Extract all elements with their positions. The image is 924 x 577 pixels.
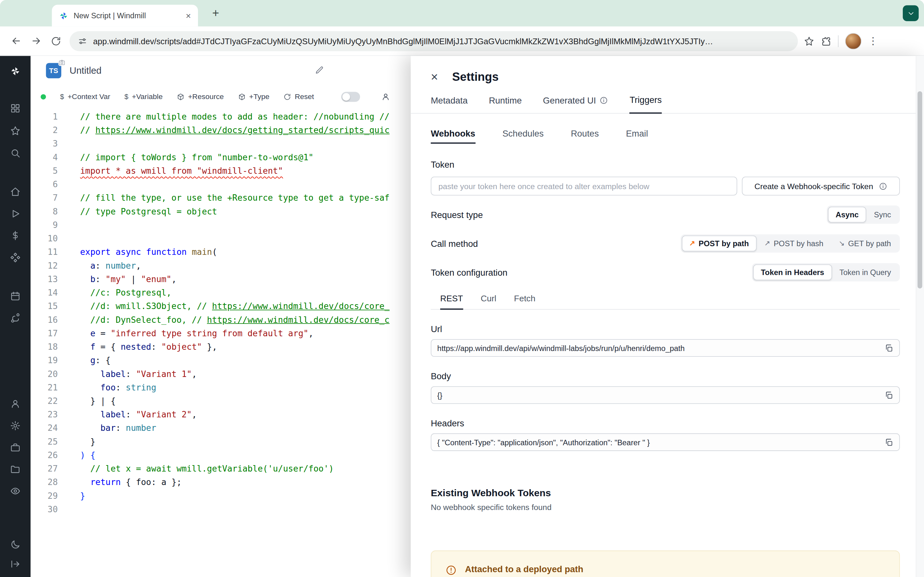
add-resource-button[interactable]: +Resource [177, 92, 224, 101]
close-icon[interactable]: × [431, 71, 438, 83]
bookmark-star-icon[interactable] [804, 35, 814, 46]
copy-icon[interactable] [885, 343, 893, 353]
code-line[interactable] [80, 137, 389, 151]
tab-triggers[interactable]: Triggers [630, 95, 662, 114]
code-line[interactable]: //d: DynSelect_foo, // https://www.windm… [80, 313, 389, 327]
add-variable-button[interactable]: $ +Variable [124, 92, 163, 101]
request-type-async[interactable]: Async [828, 206, 866, 222]
code-line[interactable]: export async function main( [80, 245, 389, 259]
code-line[interactable]: b: "my" | "enum", [80, 272, 389, 286]
browser-menu-icon[interactable]: ⋮ [868, 36, 878, 46]
package-icon [238, 93, 246, 100]
tab-webhooks[interactable]: Webhooks [431, 128, 475, 143]
routes-icon[interactable] [7, 309, 23, 326]
expand-sidebar-arrow-icon[interactable] [7, 556, 23, 572]
call-method-post-by-path[interactable]: ↗ POST by path [682, 235, 756, 251]
tab-routes[interactable]: Routes [571, 128, 599, 143]
code-line[interactable]: } [80, 489, 389, 503]
back-button[interactable] [6, 31, 26, 51]
code-line[interactable] [80, 218, 389, 232]
tab-rest[interactable]: REST [440, 294, 463, 310]
code-line[interactable]: // there are multiple modes to add as he… [80, 110, 389, 123]
tab-fetch[interactable]: Fetch [514, 294, 535, 309]
create-webhook-token-button[interactable]: Create a Webhook-specific Token [742, 177, 900, 195]
resources-component-icon[interactable] [7, 249, 23, 266]
code-line[interactable]: } [80, 435, 389, 448]
sidebar-bottom-group [7, 536, 23, 572]
code-line[interactable]: label: "Variant 1", [80, 367, 389, 381]
dark-mode-moon-icon[interactable] [7, 536, 23, 553]
code-line[interactable]: // import { toWords } from "number-to-wo… [80, 151, 389, 164]
reset-button[interactable]: Reset [284, 92, 314, 101]
code-line[interactable]: import * as wmill from "windmill-client" [80, 164, 389, 177]
code-line[interactable] [80, 178, 389, 191]
folder-icon[interactable] [7, 461, 23, 477]
home-icon[interactable] [7, 184, 23, 200]
eye-icon[interactable] [7, 483, 23, 499]
copy-icon[interactable] [885, 391, 893, 400]
profile-avatar[interactable] [845, 33, 861, 49]
request-type-sync[interactable]: Sync [866, 206, 899, 222]
tab-generated-ui[interactable]: Generated UI [543, 95, 608, 113]
forward-button[interactable] [26, 31, 46, 51]
code-line[interactable]: // let x = await wmill.getVariable('u/us… [80, 462, 389, 476]
tab-label: Generated UI [543, 95, 596, 105]
tab-close-icon[interactable]: × [186, 11, 191, 20]
token-in-query[interactable]: Token in Query [832, 264, 899, 280]
call-method-get-by-path[interactable]: ↘ GET by path [831, 235, 899, 251]
code-line[interactable]: a: number, [80, 259, 389, 272]
script-title[interactable]: Untitled [69, 65, 102, 76]
runs-play-icon[interactable] [7, 205, 23, 222]
code-line[interactable]: bar: number [80, 422, 389, 435]
code-line[interactable]: g: { [80, 354, 389, 367]
scrollbar-thumb[interactable] [918, 91, 922, 288]
diff-toggle[interactable] [341, 92, 360, 102]
new-tab-button[interactable]: + [208, 5, 224, 21]
code-line[interactable]: //c: Postgresql, [80, 286, 389, 300]
language-label: TS [49, 67, 58, 75]
code-line[interactable]: return { foo: a }; [80, 476, 389, 489]
code-line[interactable]: f = { nested: "object" }, [80, 340, 389, 354]
user-icon[interactable] [7, 396, 23, 412]
star-icon[interactable] [7, 122, 23, 139]
code-line[interactable]: foo: string [80, 381, 389, 394]
token-input[interactable] [431, 177, 737, 195]
code-line[interactable]: // type Postgresql = object [80, 205, 389, 218]
code-line[interactable]: label: "Variant 2", [80, 408, 389, 422]
gear-icon[interactable] [7, 417, 23, 434]
code-line[interactable]: e = "inferred type string from default a… [80, 327, 389, 340]
code-lines[interactable]: // there are multiple modes to add as he… [58, 110, 389, 577]
token-in-headers[interactable]: Token in Headers [753, 264, 832, 280]
code-line[interactable]: ) { [80, 449, 389, 462]
add-context-var-button[interactable]: $ +Context Var [60, 92, 110, 101]
reload-button[interactable] [46, 31, 66, 51]
call-method-post-by-hash[interactable]: ↗ POST by hash [756, 235, 831, 251]
tab-runtime[interactable]: Runtime [489, 95, 522, 113]
variables-dollar-icon[interactable] [7, 227, 23, 243]
tab-email[interactable]: Email [626, 128, 648, 143]
tab-curl[interactable]: Curl [481, 294, 496, 309]
workers-briefcase-icon[interactable] [7, 439, 23, 456]
browser-tab[interactable]: New Script | Windmill × [52, 5, 198, 27]
code-line[interactable]: } | { [80, 395, 389, 408]
address-bar[interactable]: app.windmill.dev/scripts/add#JTdCJTIyaGF… [69, 31, 798, 51]
windmill-logo[interactable] [7, 63, 23, 79]
browser-side-panel-button[interactable] [903, 5, 919, 21]
tab-label: Email [626, 128, 648, 138]
schedules-calendar-icon[interactable] [7, 288, 23, 304]
code-line[interactable] [80, 503, 389, 516]
code-line[interactable]: // https://www.windmill.dev/docs/getting… [80, 124, 389, 137]
alert-circle-icon [446, 564, 457, 576]
apps-grid-icon[interactable] [7, 100, 23, 116]
edit-pencil-icon[interactable] [315, 65, 324, 75]
copy-icon[interactable] [885, 438, 893, 447]
code-line[interactable]: //d: wmill.S3Object, // https://www.wind… [80, 300, 389, 313]
code-line[interactable]: // fill the type, or use the +Resource t… [80, 191, 389, 205]
add-type-button[interactable]: +Type [238, 92, 270, 101]
tab-schedules[interactable]: Schedules [502, 128, 544, 143]
extensions-icon[interactable] [821, 35, 832, 46]
search-icon[interactable] [7, 145, 23, 161]
code-line[interactable] [80, 232, 389, 245]
tab-metadata[interactable]: Metadata [431, 95, 468, 113]
assistant-user-icon[interactable] [381, 92, 390, 101]
